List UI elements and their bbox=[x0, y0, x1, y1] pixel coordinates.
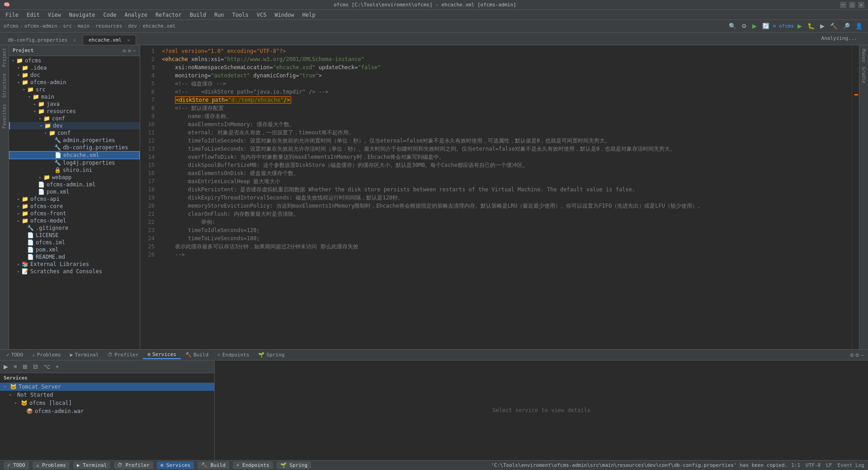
tab-problems[interactable]: ⚠ Problems bbox=[28, 351, 66, 359]
tree-item-doc[interactable]: ▾ 📁 doc bbox=[9, 71, 140, 79]
gradle-tab[interactable]: Gradle bbox=[860, 65, 867, 85]
debug-button[interactable]: 🐛 bbox=[806, 22, 816, 30]
maximize-button[interactable]: □ bbox=[849, 2, 855, 8]
tree-item-log4j[interactable]: 🔧 log4j.properties bbox=[9, 159, 140, 166]
tree-item-dev[interactable]: ▾ 📁 dev bbox=[9, 122, 140, 129]
global-search-button[interactable]: 🔎 bbox=[841, 22, 852, 30]
tree-item-ofcms-core[interactable]: ▸ 📁 ofcms-core bbox=[9, 203, 140, 210]
services-status-btn[interactable]: ⚙ Services bbox=[157, 461, 194, 469]
problems-status-btn[interactable]: ⚠ Problems bbox=[33, 461, 70, 469]
tab-todo[interactable]: ✓ TODO bbox=[2, 351, 28, 359]
tree-item-ofcms-front[interactable]: ▸ 📁 ofcms-front bbox=[9, 210, 140, 217]
structure-tab[interactable]: Structure bbox=[1, 71, 8, 100]
editor-scrollbar[interactable] bbox=[852, 45, 859, 349]
maven-tab[interactable]: Maven bbox=[860, 47, 867, 64]
breadcrumb-src[interactable]: src bbox=[63, 23, 72, 29]
favorites-tab[interactable]: Favorites bbox=[1, 101, 8, 131]
tree-item-ofcms-api[interactable]: ▸ 📁 ofcms-api bbox=[9, 195, 140, 203]
svc-list-btn[interactable]: ≡ bbox=[12, 362, 19, 371]
tree-item-readme[interactable]: 📄 README.md bbox=[9, 253, 140, 261]
tree-item-ofcms-model[interactable]: ▸ 📁 ofcms-model bbox=[9, 217, 140, 224]
breadcrumb-ofcms-admin[interactable]: ofcms-admin bbox=[24, 23, 57, 29]
tab-db-config[interactable]: db-config.properties ✕ bbox=[2, 35, 82, 45]
panel-layout-icon[interactable]: ≡ bbox=[128, 47, 131, 54]
services-config-icon[interactable]: ⚙ bbox=[855, 351, 859, 358]
build-button[interactable]: 🔨 bbox=[828, 22, 839, 30]
svc-filter-btn[interactable]: ⌥ bbox=[42, 362, 52, 371]
tree-item-scratches[interactable]: ▸ 📝 Scratches and Consoles bbox=[9, 268, 140, 275]
todo-status-btn[interactable]: ✓ TODO bbox=[4, 461, 29, 469]
breadcrumb-resources[interactable]: resources bbox=[95, 23, 123, 29]
tree-item-db-config[interactable]: 🔧 db-config.properties bbox=[9, 144, 140, 151]
tree-item-admin-iml[interactable]: 📄 ofcms-admin.iml bbox=[9, 181, 140, 188]
cursor-position[interactable]: 1:1 bbox=[791, 462, 800, 468]
menu-item-vcs[interactable]: VCS bbox=[253, 11, 270, 19]
tab-services[interactable]: ⚙ Services bbox=[143, 351, 181, 359]
panel-collapse-icon[interactable]: — bbox=[133, 47, 136, 54]
menu-item-navigate[interactable]: Navigate bbox=[66, 11, 99, 19]
close-db-config-icon[interactable]: ✕ bbox=[73, 38, 76, 43]
menu-item-window[interactable]: Window bbox=[271, 11, 297, 19]
svc-split-btn[interactable]: ⊟ bbox=[31, 362, 40, 371]
menu-item-code[interactable]: Code bbox=[100, 11, 120, 19]
tree-item-src[interactable]: ▾ 📁 src bbox=[9, 86, 140, 93]
menu-item-edit[interactable]: Edit bbox=[23, 11, 43, 19]
tab-spring[interactable]: 🌱 Spring bbox=[254, 351, 289, 359]
tree-item-main[interactable]: ▾ 📁 main bbox=[9, 93, 140, 100]
breadcrumb-main[interactable]: main bbox=[78, 23, 90, 29]
coverage-button[interactable]: ▶ bbox=[818, 22, 826, 30]
close-button[interactable]: ✕ bbox=[858, 2, 864, 8]
menu-item-build[interactable]: Build bbox=[186, 11, 210, 19]
svc-add-btn[interactable]: + bbox=[54, 362, 61, 371]
encoding-label[interactable]: UTF-8 bbox=[806, 462, 821, 468]
spring-status-btn[interactable]: 🌱 Spring bbox=[277, 461, 311, 469]
services-minimize-icon[interactable]: — bbox=[861, 351, 864, 358]
svc-item-not-started[interactable]: ▾ Not Started bbox=[0, 391, 214, 399]
tree-item-ofcms[interactable]: ▾ 📁 ofcms bbox=[9, 57, 140, 64]
tree-item-license[interactable]: 📄 LICENSE bbox=[9, 232, 140, 239]
tree-item-admin-props[interactable]: 🔧 admin.properties bbox=[9, 137, 140, 144]
tab-ehcache[interactable]: ehcache.xml ✕ bbox=[83, 35, 136, 45]
event-log-btn[interactable]: Event Log bbox=[837, 462, 864, 468]
menu-item-run[interactable]: Run bbox=[211, 11, 228, 19]
menu-item-help[interactable]: Help bbox=[299, 11, 319, 19]
refresh-button[interactable]: 🔄 bbox=[760, 22, 771, 30]
code-content[interactable]: <?xml version="1.0" encoding="UTF-8"?> <… bbox=[158, 45, 852, 349]
avatar-button[interactable]: 👤 bbox=[854, 22, 864, 30]
tab-terminal[interactable]: ▶ Terminal bbox=[66, 351, 104, 359]
menu-item-analyze[interactable]: Analyze bbox=[121, 11, 151, 19]
run-button[interactable]: ▶ bbox=[750, 22, 759, 30]
menu-item-tools[interactable]: Tools bbox=[229, 11, 252, 19]
panel-settings-icon[interactable]: ⚙ bbox=[123, 47, 126, 54]
tree-item-java[interactable]: ▸ 📁 java bbox=[9, 100, 140, 108]
svc-run-btn[interactable]: ▶ bbox=[2, 362, 10, 371]
minimize-button[interactable]: ─ bbox=[840, 2, 846, 8]
svc-item-war[interactable]: 📦 ofcms-admin.war bbox=[0, 407, 214, 415]
tree-item-conf2[interactable]: ▾ 📁 conf bbox=[9, 129, 140, 137]
tree-item-pom-admin[interactable]: 📄 pom.xml bbox=[9, 188, 140, 195]
menu-item-refactor[interactable]: Refactor bbox=[152, 11, 185, 19]
tree-item-pom[interactable]: 📄 pom.xml bbox=[9, 246, 140, 253]
terminal-status-btn[interactable]: ▶ Terminal bbox=[73, 461, 110, 469]
tree-item-ehcache[interactable]: 📄 ehcache.xml bbox=[9, 151, 140, 159]
breadcrumb-ofcms[interactable]: ofcms bbox=[4, 23, 19, 29]
run-config-button[interactable]: ▶ bbox=[796, 22, 804, 30]
svc-item-ofcms[interactable]: ▾ 🐱 ofcms [local] bbox=[0, 399, 214, 407]
project-tab[interactable]: Project bbox=[1, 45, 8, 70]
svc-group-btn[interactable]: ⊞ bbox=[21, 362, 29, 371]
tree-item-conf[interactable]: ▸ 📁 conf bbox=[9, 115, 140, 122]
breadcrumb-dev[interactable]: dev bbox=[128, 23, 137, 29]
build-status-btn[interactable]: 🔨 Build bbox=[198, 461, 229, 469]
tab-endpoints[interactable]: ⚡ Endpoints bbox=[213, 351, 254, 359]
tree-item-ofcms-admin[interactable]: ▾ 📁 ofcms-admin bbox=[9, 79, 140, 86]
services-settings-icon[interactable]: ⚙ bbox=[850, 351, 854, 358]
tree-item-ofcms-iml[interactable]: 📄 ofcms.iml bbox=[9, 239, 140, 246]
tree-item-gitignore[interactable]: 🔧 .gitignore bbox=[9, 224, 140, 232]
tab-profiler[interactable]: ⏱ Profiler bbox=[103, 351, 143, 359]
search-button[interactable]: 🔍 bbox=[727, 22, 738, 30]
profiler-status-btn[interactable]: ⏱ Profiler bbox=[114, 461, 153, 469]
tree-item-shiro[interactable]: 🔒 shiro.ini bbox=[9, 166, 140, 174]
menu-item-file[interactable]: File bbox=[2, 11, 22, 19]
code-editor[interactable]: 12345 678910 1112131415 1617181920 21222… bbox=[140, 45, 859, 349]
menu-item-view[interactable]: View bbox=[44, 11, 65, 19]
